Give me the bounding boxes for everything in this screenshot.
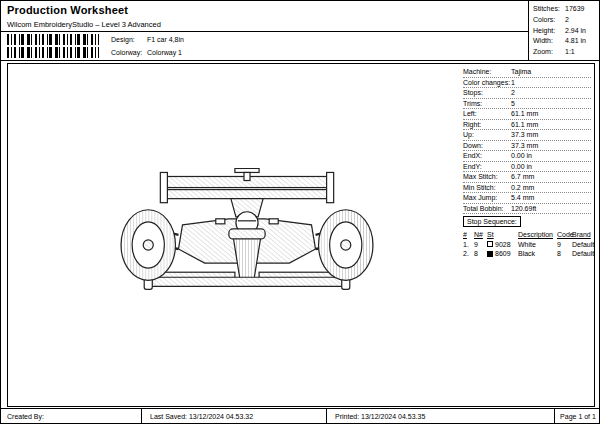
machine-label: Stops: [463,88,511,98]
stop-sequence-header: # N# St Description Code Brand [463,230,591,240]
machine-row: Right:61.1 mm [463,120,591,131]
created-by: Created By: [1,409,141,424]
thread-description: Black [518,249,557,259]
col-header-num: # [463,230,474,240]
stat-label: Height: [533,26,565,37]
footer: Created By: Last Saved: 13/12/2024 04.53… [1,408,600,424]
machine-value: 1 [511,78,515,88]
machine-row: Min Stitch:0.2 mm [463,183,591,194]
col-header-needle: N# [474,230,487,240]
page-number: Page 1 of 1 [554,409,600,424]
needle-num: 9 [474,240,487,250]
stop-sequence-panel: Stop Sequence: # N# St Description Code … [463,216,591,259]
design-barcode [7,34,99,45]
stat-value: 17639 [565,4,584,15]
machine-row: Up:37.3 mm [463,130,591,141]
machine-label: Max Jump: [463,193,511,203]
machine-label: Trims: [463,99,511,109]
stat-row: Zoom:1:1 [533,47,598,58]
machine-value: 0.2 mm [511,183,534,193]
colorway-field: Colorway: Colorway 1 [111,49,182,56]
last-saved: Last Saved: 13/12/2024 04.53.32 [141,409,326,424]
machine-row: Max Jump:5.4 mm [463,193,591,204]
col-header-brand: Brand [572,230,591,240]
thread-cell: 9028 [487,240,518,250]
machine-row: Machine:Tajima [463,67,591,78]
machine-value: 61.1 mm [511,120,538,130]
stat-label: Colors: [533,15,565,26]
stat-row: Stitches:17639 [533,4,598,15]
machine-label: EndY: [463,162,511,172]
machine-value: 37.3 mm [511,141,538,151]
design-value: F1 car 4,8in [147,36,184,43]
machine-value: 120.69ft [511,204,536,214]
stat-row: Colors:2 [533,15,598,26]
stat-value: 2 [565,15,569,26]
col-header-description: Description [518,230,557,240]
thread-code: 9028 [495,240,511,250]
machine-label: Up: [463,130,511,140]
machine-row: Left:61.1 mm [463,109,591,120]
machine-row: Down:37.3 mm [463,141,591,152]
machine-label: Color changes: [463,78,511,88]
machine-label: Total Bobbin: [463,204,511,214]
thread-brand: Default [572,240,591,250]
stat-row: Width:4.81 in [533,36,598,47]
thread-code-num: 8 [557,249,572,259]
machine-value: 61.1 mm [511,109,538,119]
machine-label: EndX: [463,151,511,161]
design-label: Design: [111,36,147,43]
machine-row: EndX:0.00 in [463,151,591,162]
design-row: Design: F1 car 4,8in [7,34,184,45]
thread-description: White [518,240,557,250]
machine-label: Max Stitch: [463,172,511,182]
machine-label: Left: [463,109,511,119]
machine-label: Down: [463,141,511,151]
machine-row: Max Stitch:6.7 mm [463,172,591,183]
row-num: 2. [463,249,474,259]
row-num: 1. [463,240,474,250]
machine-info-panel: Machine:Tajima Color changes:1 Stops:2 T… [463,67,591,214]
color-swatch [487,251,493,257]
design-canvas: Machine:Tajima Color changes:1 Stops:2 T… [7,63,595,407]
machine-value: 6.7 mm [511,172,534,182]
colorway-row: Colorway: Colorway 1 [7,47,182,58]
machine-value: 2 [511,88,515,98]
stat-value: 2.94 in [565,26,586,37]
stat-row: Height:2.94 in [533,26,598,37]
machine-value: 37.3 mm [511,130,538,140]
machine-value: 5 [511,99,515,109]
machine-label: Right: [463,120,511,130]
colorway-barcode [7,47,99,58]
machine-value: 0.00 in [511,162,532,172]
design-field: Design: F1 car 4,8in [111,36,184,43]
header-divider [1,31,528,32]
machine-label: Machine: [463,67,511,77]
machine-value: 0.00 in [511,151,532,161]
printed: Printed: 13/12/2024 04.53.35 [326,409,554,424]
col-header-code: Code [557,230,572,240]
col-header-st: St [487,230,518,240]
stop-sequence-row: 2. 8 8609 Black 8 Default [463,249,591,259]
machine-row: Color changes:1 [463,78,591,89]
machine-value: 5.4 mm [511,193,534,203]
colorway-value: Colorway 1 [147,49,182,56]
machine-row: Stops:2 [463,88,591,99]
thread-brand: Default [572,249,591,259]
header: Production Worksheet Wilcom EmbroiderySt… [1,1,528,61]
machine-value: Tajima [511,67,531,77]
thread-code-num: 9 [557,240,572,250]
production-worksheet-page: Production Worksheet Wilcom EmbroiderySt… [0,0,600,424]
color-swatch [487,241,493,247]
stat-label: Zoom: [533,47,565,58]
f1-car-design [116,168,378,320]
machine-label: Min Stitch: [463,183,511,193]
stat-label: Width: [533,36,565,47]
machine-row: Total Bobbin:120.69ft [463,204,591,215]
machine-row: EndY:0.00 in [463,162,591,173]
stat-value: 1:1 [565,47,575,58]
colorway-label: Colorway: [111,49,147,56]
design-stats-panel: Stitches:17639 Colors:2 Height:2.94 in W… [528,1,600,61]
app-subtitle: Wilcom EmbroideryStudio – Level 3 Advanc… [7,20,161,29]
stat-value: 4.81 in [565,36,586,47]
